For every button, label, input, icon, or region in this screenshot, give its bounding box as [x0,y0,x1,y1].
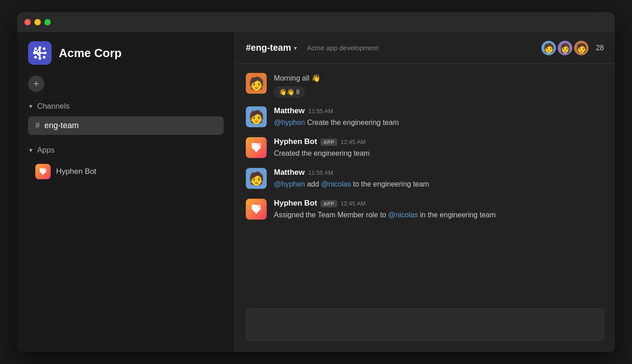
message-content-4: Matthew 11:55 AM @hyphen add @nicolas to… [274,168,604,190]
time-3: 12:45 AM [341,139,366,145]
message-group: 🧑 Morning all 👋 👋👋 8 [246,73,604,97]
workspace-header: Acme Corp [17,41,235,76]
message-group-3: Hyphen Bot APP 12:45 AM Created the engi… [246,137,604,159]
text-plain-4a: add [307,180,321,188]
main-content: #eng-team ▾ Acme app development 🧑 👩 🧑 2… [235,32,615,352]
time-2: 11:55 AM [308,108,333,115]
svg-point-5 [43,56,46,59]
asterisk-icon [33,46,47,60]
titlebar [17,12,615,32]
message-input[interactable] [246,308,604,341]
apps-label: Apps [37,146,55,155]
text-plain-5a: Assigned the Team Member role to [274,211,388,219]
time-4: 11:55 AM [308,169,333,176]
message-group-4: 🧑 Matthew 11:55 AM @hyphen add @nicolas … [246,168,604,190]
channels-header[interactable]: ▼ Channels [28,99,224,114]
traffic-lights [24,19,51,25]
workspace-name: Acme Corp [59,46,122,60]
svg-point-6 [43,48,46,50]
app-body: Acme Corp + ▼ Channels # eng-team [17,32,615,352]
channels-label: Channels [37,102,70,111]
app-badge-2: APP [321,200,337,207]
app-window: Acme Corp + ▼ Channels # eng-team [17,12,615,352]
mention-nicolas-2: @nicolas [388,211,418,219]
avatar-hyphen-1 [246,137,267,158]
message-text-4: @hyphen add @nicolas to the engineering … [274,179,604,190]
add-button[interactable]: + [28,76,44,92]
channel-name-header[interactable]: #eng-team [246,43,291,53]
message-content-1: Morning all 👋 👋👋 8 [274,73,604,97]
message-header-2: Matthew 11:55 AM [274,106,604,115]
svg-point-7 [34,56,37,59]
reaction-bar-1: 👋👋 8 [274,86,604,97]
channels-section: ▼ Channels # eng-team [17,99,235,136]
message-group-2: 🧑 Matthew 11:55 AM @hyphen Create the en… [246,106,604,128]
channel-title: #eng-team ▾ Acme app development [246,43,541,53]
sender-hyphen-2: Hyphen Bot [274,199,317,208]
app-badge-1: APP [321,139,337,146]
message-content-5: Hyphen Bot APP 12:45 AM Assigned the Tea… [274,199,604,220]
mention-nicolas-1: @nicolas [321,180,351,188]
channel-dropdown-icon[interactable]: ▾ [294,44,297,52]
member-count[interactable]: 28 [596,44,604,52]
member-avatar-1: 🧑 [541,40,557,56]
text-plain-4b: to the engineering team [353,180,429,188]
channel-item-eng-team[interactable]: # eng-team [28,116,224,135]
sender-matthew-1: Matthew [274,106,305,115]
chevron-icon: ▼ [28,147,34,153]
hyphen-bot-icon [35,164,51,179]
svg-point-4 [34,48,37,50]
apps-section: ▼ Apps Hyphen Bot [17,136,235,183]
mention-hyphen-1: @hyphen [274,119,305,126]
member-avatar-3: 🧑 [573,40,589,56]
sender-hyphen-1: Hyphen Bot [274,137,317,146]
member-avatar-2: 👩 [557,40,573,56]
message-text-5: Assigned the Team Member role to @nicola… [274,210,604,220]
workspace-icon[interactable] [28,41,52,65]
hash-icon: # [35,121,40,130]
maximize-button[interactable] [44,19,51,25]
app-item-hyphen-bot[interactable]: Hyphen Bot [28,160,224,183]
text-plain-5b: in the engineering team [420,211,496,219]
hyphen-bot-label: Hyphen Bot [56,167,96,176]
sidebar: Acme Corp + ▼ Channels # eng-team [17,32,235,352]
apps-header[interactable]: ▼ Apps [28,143,224,158]
avatar-user-1: 🧑 [246,73,267,94]
chevron-icon: ▼ [28,103,34,110]
minimize-button[interactable] [34,19,41,25]
member-avatars[interactable]: 🧑 👩 🧑 [541,40,589,56]
message-group-5: Hyphen Bot APP 12:45 AM Assigned the Tea… [246,199,604,220]
messages-area: 🧑 Morning all 👋 👋👋 8 🧑 [235,64,615,301]
text-plain-2: Create the engineering team [307,119,399,126]
message-text-3: Created the engineering team [274,148,604,159]
plus-icon: + [34,78,39,90]
time-5: 12:45 AM [341,200,366,207]
channel-header: #eng-team ▾ Acme app development 🧑 👩 🧑 2… [235,32,615,64]
sender-matthew-2: Matthew [274,168,305,177]
reaction-wave[interactable]: 👋👋 8 [274,86,305,97]
message-content-3: Hyphen Bot APP 12:45 AM Created the engi… [274,137,604,159]
avatar-hyphen-2 [246,199,267,220]
header-right: 🧑 👩 🧑 28 [541,40,604,56]
avatar-matthew-1: 🧑 [246,106,267,127]
message-text-1: Morning all 👋 [274,73,604,84]
message-content-2: Matthew 11:55 AM @hyphen Create the engi… [274,106,604,128]
message-header-5: Hyphen Bot APP 12:45 AM [274,199,604,208]
message-header-3: Hyphen Bot APP 12:45 AM [274,137,604,146]
channel-description: Acme app development [307,44,378,52]
close-button[interactable] [24,19,31,25]
avatar-matthew-2: 🧑 [246,168,267,189]
message-input-area [235,301,615,352]
message-header-4: Matthew 11:55 AM [274,168,604,177]
hyphen-bot-logo [38,167,48,177]
hyphen-bot-avatar-icon [249,141,263,154]
channel-name: eng-team [44,121,79,130]
hyphen-bot-avatar-icon-2 [249,202,263,216]
message-text-2: @hyphen Create the engineering team [274,117,604,128]
mention-hyphen-2: @hyphen [274,180,305,188]
